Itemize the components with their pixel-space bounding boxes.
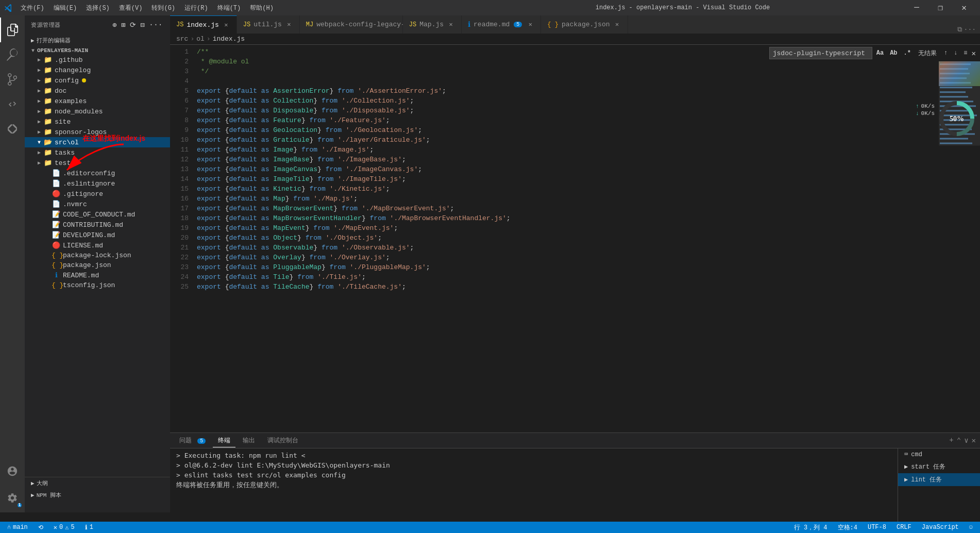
maximize-button[interactable]: ❐ [928,0,952,15]
menu-file[interactable]: 文件(F) [16,3,48,13]
regex-button[interactable]: .* [902,48,913,58]
tab-close-button[interactable]: ✕ [285,21,293,29]
outline-header[interactable]: ▶ 大纲 [25,477,170,489]
tree-item-github[interactable]: ▶ 📁 .github [25,55,170,65]
tree-item-tasks[interactable]: ▶ 📁 tasks [25,147,170,158]
search-lines-button[interactable]: ≡ [961,48,969,58]
tab-terminal[interactable]: 终端 [213,434,235,447]
tab-close-button[interactable]: ✕ [447,21,455,29]
refresh-icon[interactable]: ⟳ [129,20,138,30]
more-options-icon[interactable]: ··· [148,20,164,30]
close-panel-icon[interactable]: ✕ [972,436,976,445]
terminal-lint-task[interactable]: ▶ lint 任务 [898,473,980,486]
code-line: export {default as Image} from './Image.… [197,145,980,155]
minimize-button[interactable]: ─ [905,0,928,15]
menu-goto[interactable]: 转到(G) [147,3,179,13]
menu-edit[interactable]: 编辑(E) [49,3,81,13]
close-button[interactable]: ✕ [952,0,976,15]
tree-item-src-ol[interactable]: ▼ 📂 src\ol [25,137,170,147]
activity-source-control[interactable] [0,67,25,92]
breadcrumb-src[interactable]: src [176,35,188,43]
terminal-output[interactable]: > Executing task: npm run lint < > ol@6.… [170,448,980,522]
search-input[interactable] [769,47,872,59]
new-folder-icon[interactable]: ⊞ [120,20,127,30]
add-terminal-icon[interactable]: + [949,436,953,445]
tree-item-eslintignore[interactable]: 📄 .eslintignore [25,178,170,189]
tree-item-editorconfig[interactable]: 📄 .editorconfig [25,168,170,178]
search-close-button[interactable]: ✕ [972,49,976,58]
split-terminal-icon[interactable]: ⌃ [957,436,961,445]
menu-select[interactable]: 选择(S) [82,3,114,13]
errors-item[interactable]: ✕ 0 ⚠ 5 [50,522,78,533]
menu-view[interactable]: 查看(V) [115,3,147,13]
feedback-item[interactable]: ☺ [966,522,976,533]
split-editor-icon[interactable]: ⧉ [957,26,962,34]
tree-item-readme[interactable]: ℹ README.md [25,270,170,280]
sidebar-bottom-sections: ▶ 大纲 ▶ NPM 脚本 [25,477,170,501]
search-next-button[interactable]: ↓ [952,48,959,58]
menu-terminal[interactable]: 终端(T) [213,3,245,13]
tree-item-examples[interactable]: ▶ 📁 examples [25,96,170,106]
language-item[interactable]: JavaScript [919,522,962,533]
tree-item-gitignore[interactable]: 🔴 .gitignore [25,189,170,199]
tree-item-license[interactable]: 🔴 LICENSE.md [25,240,170,251]
indent-item[interactable]: 空格:4 [835,522,860,533]
breadcrumb-ol[interactable]: ol [196,35,205,43]
line-ending-item[interactable]: CRLF [893,522,915,533]
kill-terminal-icon[interactable]: ∨ [964,436,968,445]
tree-item-contributing[interactable]: 📝 CONTRIBUTING.md [25,220,170,230]
tab-debug-console[interactable]: 调试控制台 [262,434,303,447]
sync-item[interactable]: ⟲ [35,522,46,533]
tab-index-js[interactable]: JS index.js ✕ [170,15,237,34]
tree-item-package-json[interactable]: { } package.json [25,260,170,270]
tab-util-js[interactable]: JS util.js ✕ [237,15,300,34]
new-file-icon[interactable]: ⊕ [111,20,118,30]
activity-settings[interactable]: 1 [0,486,25,510]
encoding-item[interactable]: UTF-8 [865,522,889,533]
match-word-button[interactable]: Ab [888,48,899,58]
activity-debug[interactable] [0,92,25,116]
tree-item-doc[interactable]: ▶ 📁 doc [25,86,170,96]
tab-close-button[interactable]: ✕ [613,21,621,29]
tree-item-config[interactable]: ▶ 📁 config [25,75,170,86]
tab-map-js[interactable]: JS Map.js ✕ [403,15,462,34]
activity-search[interactable] [0,42,25,67]
tree-item-nvmrc[interactable]: 📄 .nvmrc [25,199,170,209]
tab-close-button[interactable]: ✕ [222,21,230,29]
tab-package-json[interactable]: { } package.json ✕ [541,15,628,34]
code-editor[interactable]: /** * @module ol */ export {default as A… [193,45,980,432]
menu-run[interactable]: 运行(R) [180,3,212,13]
terminal-start-task[interactable]: ▶ start 任务 [898,460,980,473]
tree-item-tsconfig[interactable]: { } tsconfig.json [25,280,170,290]
collapse-icon[interactable]: ⊟ [139,20,146,30]
tree-item-developing[interactable]: 📝 DEVELOPING.md [25,230,170,240]
npm-scripts-header[interactable]: ▶ NPM 脚本 [25,489,170,501]
activity-accounts[interactable] [0,459,25,484]
tree-item-package-lock[interactable]: { } package-lock.json [25,251,170,260]
root-folder[interactable]: ▼ OPENLAYERS-MAIN [25,46,170,55]
tree-item-site[interactable]: ▶ 📁 site [25,116,170,127]
search-prev-button[interactable]: ↑ [942,48,950,58]
open-editors-header[interactable]: ▶ 打开的编辑器 [25,35,170,46]
tree-item-sponsor-logos[interactable]: ▶ 📁 sponsor-logos [25,127,170,137]
mjs-file-icon: MJ [306,21,313,28]
activity-extensions[interactable] [0,116,25,141]
error-count: 0 [59,524,63,531]
activity-explorer[interactable] [0,18,25,42]
more-tabs-icon[interactable]: ··· [964,26,976,34]
tab-problems[interactable]: 问题 5 [174,434,211,447]
tree-item-node-modules[interactable]: ▶ 📁 node_modules [25,106,170,116]
tab-output[interactable]: 输出 [238,434,260,447]
tab-webpack[interactable]: MJ webpack-config-legacy-build.mjs ✕ [300,15,403,34]
tree-item-test[interactable]: ▶ 📁 test [25,158,170,168]
tab-close-button[interactable]: ✕ [526,21,534,29]
terminal-cmd[interactable]: ⌨ cmd [898,448,980,460]
position-item[interactable]: 行 3，列 4 [791,522,831,533]
info-item[interactable]: ℹ 1 [82,522,96,533]
match-case-button[interactable]: Aa [874,48,886,58]
tree-item-changelog[interactable]: ▶ 📁 changelog [25,65,170,75]
menu-help[interactable]: 帮助(H) [246,3,278,13]
tab-readme-md[interactable]: ℹ readme.md 5 ✕ [462,15,541,34]
tree-item-code-of-conduct[interactable]: 📝 CODE_OF_CONDUCT.md [25,209,170,220]
git-branch-item[interactable]: ⑃ main [4,522,31,533]
